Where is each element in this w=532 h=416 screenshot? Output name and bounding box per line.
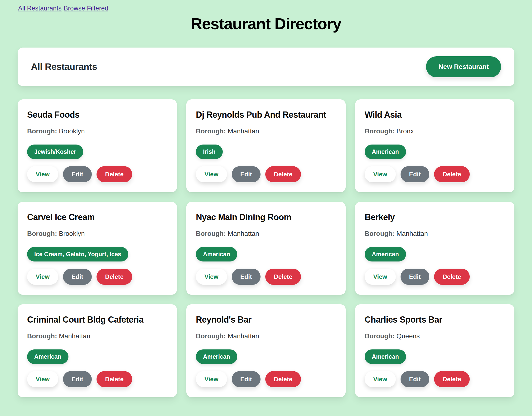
borough-value: Bronx <box>397 127 414 135</box>
restaurant-name: Wild Asia <box>365 109 505 120</box>
restaurant-grid: Seuda Foods Borough: Brooklyn Jewish/Kos… <box>18 99 514 397</box>
restaurant-card: Charlies Sports Bar Borough: Queens Amer… <box>355 304 514 397</box>
edit-button[interactable]: Edit <box>400 371 429 387</box>
restaurant-name: Nyac Main Dining Room <box>196 212 336 223</box>
view-button[interactable]: View <box>27 371 58 387</box>
borough-value: Manhattan <box>228 230 259 237</box>
nav-link-all-restaurants[interactable]: All Restaurants <box>18 5 62 12</box>
delete-button[interactable]: Delete <box>96 371 132 387</box>
delete-button[interactable]: Delete <box>96 166 132 182</box>
edit-button[interactable]: Edit <box>232 166 261 182</box>
card-actions: View Edit Delete <box>365 166 505 182</box>
restaurant-name: Seuda Foods <box>27 109 167 120</box>
borough-line: Borough: Brooklyn <box>27 127 167 135</box>
borough-line: Borough: Manhattan <box>27 332 167 340</box>
cuisine-badge: American <box>365 247 406 262</box>
restaurant-card: Seuda Foods Borough: Brooklyn Jewish/Kos… <box>18 99 177 192</box>
restaurant-card: Nyac Main Dining Room Borough: Manhattan… <box>186 202 346 295</box>
delete-button[interactable]: Delete <box>96 269 132 285</box>
edit-button[interactable]: Edit <box>63 371 92 387</box>
view-button[interactable]: View <box>196 269 227 285</box>
borough-value: Queens <box>397 332 420 340</box>
borough-label: Borough: <box>27 127 57 135</box>
restaurant-card: Reynold's Bar Borough: Manhattan America… <box>186 304 346 397</box>
borough-label: Borough: <box>196 230 226 237</box>
delete-button[interactable]: Delete <box>434 371 470 387</box>
cuisine-badge: Irish <box>196 144 223 159</box>
nav-link-browse-filtered[interactable]: Browse Filtered <box>64 5 108 12</box>
edit-button[interactable]: Edit <box>63 166 92 182</box>
delete-button[interactable]: Delete <box>265 269 301 285</box>
restaurant-name: Dj Reynolds Pub And Restaurant <box>196 109 336 120</box>
borough-label: Borough: <box>365 332 395 340</box>
borough-line: Borough: Brooklyn <box>27 230 167 237</box>
cuisine-badge: Jewish/Kosher <box>27 144 83 159</box>
restaurant-card: Dj Reynolds Pub And Restaurant Borough: … <box>186 99 346 192</box>
edit-button[interactable]: Edit <box>400 269 429 285</box>
card-actions: View Edit Delete <box>365 269 505 285</box>
borough-label: Borough: <box>196 332 226 340</box>
borough-value: Manhattan <box>228 332 259 340</box>
borough-line: Borough: Queens <box>365 332 505 340</box>
edit-button[interactable]: Edit <box>400 166 429 182</box>
borough-value: Brooklyn <box>59 230 85 237</box>
view-button[interactable]: View <box>365 269 396 285</box>
cuisine-badge: American <box>196 350 237 364</box>
borough-line: Borough: Bronx <box>365 127 505 135</box>
new-restaurant-button[interactable]: New Restaurant <box>426 56 501 77</box>
restaurant-name: Berkely <box>365 212 505 223</box>
restaurant-name: Criminal Court Bldg Cafeteria <box>27 314 167 325</box>
cuisine-badge: Ice Cream, Gelato, Yogurt, Ices <box>27 247 128 262</box>
view-button[interactable]: View <box>27 166 58 182</box>
borough-line: Borough: Manhattan <box>365 230 505 237</box>
restaurant-name: Charlies Sports Bar <box>365 314 505 325</box>
edit-button[interactable]: Edit <box>232 371 261 387</box>
view-button[interactable]: View <box>27 269 58 285</box>
card-actions: View Edit Delete <box>196 371 336 387</box>
view-button[interactable]: View <box>196 166 227 182</box>
page-title: Restaurant Directory <box>18 15 514 33</box>
view-button[interactable]: View <box>196 371 227 387</box>
card-actions: View Edit Delete <box>27 371 167 387</box>
restaurant-card: Criminal Court Bldg Cafeteria Borough: M… <box>18 304 177 397</box>
restaurant-name: Reynold's Bar <box>196 314 336 325</box>
card-actions: View Edit Delete <box>27 166 167 182</box>
cuisine-badge: American <box>365 350 406 364</box>
borough-label: Borough: <box>27 230 57 237</box>
view-button[interactable]: View <box>365 371 396 387</box>
borough-label: Borough: <box>27 332 57 340</box>
cuisine-badge: American <box>27 350 68 364</box>
delete-button[interactable]: Delete <box>434 166 470 182</box>
card-actions: View Edit Delete <box>27 269 167 285</box>
borough-line: Borough: Manhattan <box>196 332 336 340</box>
borough-value: Brooklyn <box>59 127 85 135</box>
delete-button[interactable]: Delete <box>265 166 301 182</box>
view-button[interactable]: View <box>365 166 396 182</box>
toolbar: All Restaurants New Restaurant <box>18 47 514 86</box>
restaurant-card: Wild Asia Borough: Bronx American View E… <box>355 99 514 192</box>
borough-value: Manhattan <box>228 127 259 135</box>
breadcrumb-nav: All RestaurantsBrowse Filtered <box>18 5 514 12</box>
borough-label: Borough: <box>365 230 395 237</box>
toolbar-heading: All Restaurants <box>31 62 97 72</box>
edit-button[interactable]: Edit <box>232 269 261 285</box>
delete-button[interactable]: Delete <box>434 269 470 285</box>
restaurant-card: Carvel Ice Cream Borough: Brooklyn Ice C… <box>18 202 177 295</box>
restaurant-name: Carvel Ice Cream <box>27 212 167 223</box>
card-actions: View Edit Delete <box>196 166 336 182</box>
borough-label: Borough: <box>365 127 395 135</box>
card-actions: View Edit Delete <box>196 269 336 285</box>
delete-button[interactable]: Delete <box>265 371 301 387</box>
borough-value: Manhattan <box>397 230 428 237</box>
borough-line: Borough: Manhattan <box>196 127 336 135</box>
edit-button[interactable]: Edit <box>63 269 92 285</box>
restaurant-card: Berkely Borough: Manhattan American View… <box>355 202 514 295</box>
card-actions: View Edit Delete <box>365 371 505 387</box>
borough-label: Borough: <box>196 127 226 135</box>
cuisine-badge: American <box>365 144 406 159</box>
cuisine-badge: American <box>196 247 237 262</box>
borough-value: Manhattan <box>59 332 90 340</box>
borough-line: Borough: Manhattan <box>196 230 336 237</box>
